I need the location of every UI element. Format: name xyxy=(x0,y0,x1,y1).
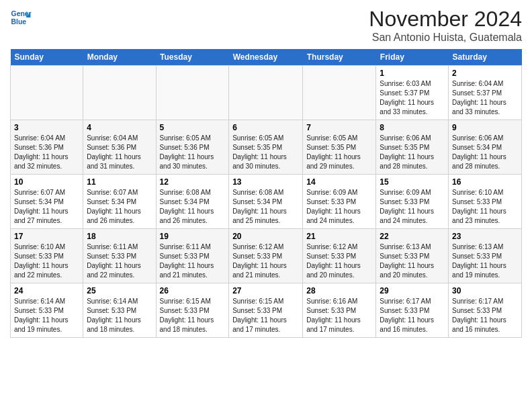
day-number: 24 xyxy=(14,286,79,295)
calendar-cell: 20Sunrise: 6:12 AM Sunset: 5:33 PM Dayli… xyxy=(229,229,303,283)
calendar-cell: 7Sunrise: 6:05 AM Sunset: 5:35 PM Daylig… xyxy=(303,120,376,175)
day-number: 16 xyxy=(452,177,518,187)
svg-text:Blue: Blue xyxy=(11,18,27,26)
calendar-cell: 3Sunrise: 6:04 AM Sunset: 5:36 PM Daylig… xyxy=(11,120,83,175)
day-number: 17 xyxy=(14,232,79,241)
weekday-header-wednesday: Wednesday xyxy=(229,49,303,66)
calendar-cell: 17Sunrise: 6:10 AM Sunset: 5:33 PM Dayli… xyxy=(11,229,83,283)
calendar-cell: 8Sunrise: 6:06 AM Sunset: 5:35 PM Daylig… xyxy=(376,120,449,175)
calendar-cell: 15Sunrise: 6:09 AM Sunset: 5:33 PM Dayli… xyxy=(376,175,449,229)
calendar-week-1: 1Sunrise: 6:03 AM Sunset: 5:37 PM Daylig… xyxy=(11,66,522,120)
day-number: 20 xyxy=(232,232,299,241)
day-info: Sunrise: 6:09 AM Sunset: 5:33 PM Dayligh… xyxy=(380,188,445,226)
day-info: Sunrise: 6:15 AM Sunset: 5:33 PM Dayligh… xyxy=(160,297,226,334)
calendar-cell: 24Sunrise: 6:14 AM Sunset: 5:33 PM Dayli… xyxy=(11,283,83,338)
calendar-cell: 19Sunrise: 6:11 AM Sunset: 5:33 PM Dayli… xyxy=(156,229,229,283)
day-info: Sunrise: 6:17 AM Sunset: 5:33 PM Dayligh… xyxy=(452,297,518,334)
day-number: 29 xyxy=(380,286,445,295)
day-number: 28 xyxy=(306,286,372,295)
day-number: 5 xyxy=(160,123,226,132)
calendar-cell: 29Sunrise: 6:17 AM Sunset: 5:33 PM Dayli… xyxy=(376,283,449,338)
calendar-week-3: 10Sunrise: 6:07 AM Sunset: 5:34 PM Dayli… xyxy=(11,175,522,229)
calendar-cell: 11Sunrise: 6:07 AM Sunset: 5:34 PM Dayli… xyxy=(83,175,156,229)
day-info: Sunrise: 6:16 AM Sunset: 5:33 PM Dayligh… xyxy=(306,297,372,334)
day-number: 7 xyxy=(306,123,372,132)
day-number: 15 xyxy=(380,177,445,187)
day-info: Sunrise: 6:09 AM Sunset: 5:33 PM Dayligh… xyxy=(306,188,372,226)
calendar-week-4: 17Sunrise: 6:10 AM Sunset: 5:33 PM Dayli… xyxy=(11,229,522,283)
day-number: 19 xyxy=(160,232,226,241)
day-info: Sunrise: 6:05 AM Sunset: 5:35 PM Dayligh… xyxy=(232,134,299,171)
day-number: 2 xyxy=(452,68,518,78)
calendar-header-row: SundayMondayTuesdayWednesdayThursdayFrid… xyxy=(11,49,522,66)
day-info: Sunrise: 6:07 AM Sunset: 5:34 PM Dayligh… xyxy=(14,188,79,226)
page-subtitle: San Antonio Huista, Guatemala xyxy=(369,32,522,44)
page-header: General Blue November 2024 San Antonio H… xyxy=(10,7,522,44)
day-info: Sunrise: 6:15 AM Sunset: 5:33 PM Dayligh… xyxy=(232,297,299,334)
calendar-cell: 9Sunrise: 6:06 AM Sunset: 5:34 PM Daylig… xyxy=(449,120,522,175)
day-info: Sunrise: 6:05 AM Sunset: 5:35 PM Dayligh… xyxy=(306,134,372,171)
day-info: Sunrise: 6:08 AM Sunset: 5:34 PM Dayligh… xyxy=(160,188,226,226)
calendar-cell: 5Sunrise: 6:05 AM Sunset: 5:36 PM Daylig… xyxy=(156,120,229,175)
day-number: 22 xyxy=(380,232,445,241)
day-info: Sunrise: 6:12 AM Sunset: 5:33 PM Dayligh… xyxy=(306,242,372,280)
day-info: Sunrise: 6:04 AM Sunset: 5:36 PM Dayligh… xyxy=(87,134,152,171)
day-number: 18 xyxy=(87,232,152,241)
weekday-header-friday: Friday xyxy=(376,49,449,66)
logo: General Blue xyxy=(10,7,32,28)
day-number: 25 xyxy=(87,286,152,295)
day-info: Sunrise: 6:14 AM Sunset: 5:33 PM Dayligh… xyxy=(14,297,79,334)
day-number: 23 xyxy=(452,232,518,241)
weekday-header-sunday: Sunday xyxy=(11,49,83,66)
calendar-cell: 12Sunrise: 6:08 AM Sunset: 5:34 PM Dayli… xyxy=(156,175,229,229)
calendar-cell xyxy=(83,66,156,120)
day-info: Sunrise: 6:14 AM Sunset: 5:33 PM Dayligh… xyxy=(87,297,152,334)
logo-icon: General Blue xyxy=(10,7,32,28)
day-number: 3 xyxy=(14,123,79,132)
calendar-cell xyxy=(11,66,83,120)
day-number: 1 xyxy=(380,68,445,78)
day-info: Sunrise: 6:10 AM Sunset: 5:33 PM Dayligh… xyxy=(14,242,79,280)
day-number: 9 xyxy=(452,123,518,132)
calendar-cell: 30Sunrise: 6:17 AM Sunset: 5:33 PM Dayli… xyxy=(449,283,522,338)
day-info: Sunrise: 6:11 AM Sunset: 5:33 PM Dayligh… xyxy=(160,242,226,280)
day-info: Sunrise: 6:07 AM Sunset: 5:34 PM Dayligh… xyxy=(87,188,152,226)
day-info: Sunrise: 6:04 AM Sunset: 5:37 PM Dayligh… xyxy=(452,79,518,117)
page-title: November 2024 xyxy=(369,7,522,32)
calendar-cell: 23Sunrise: 6:13 AM Sunset: 5:33 PM Dayli… xyxy=(449,229,522,283)
calendar-cell: 27Sunrise: 6:15 AM Sunset: 5:33 PM Dayli… xyxy=(229,283,303,338)
day-info: Sunrise: 6:03 AM Sunset: 5:37 PM Dayligh… xyxy=(380,79,445,117)
weekday-header-saturday: Saturday xyxy=(449,49,522,66)
day-info: Sunrise: 6:08 AM Sunset: 5:34 PM Dayligh… xyxy=(232,188,299,226)
calendar-cell: 2Sunrise: 6:04 AM Sunset: 5:37 PM Daylig… xyxy=(449,66,522,120)
day-number: 14 xyxy=(306,177,372,187)
day-number: 27 xyxy=(232,286,299,295)
weekday-header-monday: Monday xyxy=(83,49,156,66)
calendar-cell: 18Sunrise: 6:11 AM Sunset: 5:33 PM Dayli… xyxy=(83,229,156,283)
calendar-week-2: 3Sunrise: 6:04 AM Sunset: 5:36 PM Daylig… xyxy=(11,120,522,175)
day-info: Sunrise: 6:13 AM Sunset: 5:33 PM Dayligh… xyxy=(452,242,518,280)
day-number: 10 xyxy=(14,177,79,187)
day-number: 12 xyxy=(160,177,226,187)
calendar-cell: 28Sunrise: 6:16 AM Sunset: 5:33 PM Dayli… xyxy=(303,283,376,338)
calendar-cell: 26Sunrise: 6:15 AM Sunset: 5:33 PM Dayli… xyxy=(156,283,229,338)
calendar-cell: 4Sunrise: 6:04 AM Sunset: 5:36 PM Daylig… xyxy=(83,120,156,175)
calendar-cell xyxy=(229,66,303,120)
calendar-cell: 25Sunrise: 6:14 AM Sunset: 5:33 PM Dayli… xyxy=(83,283,156,338)
calendar-week-5: 24Sunrise: 6:14 AM Sunset: 5:33 PM Dayli… xyxy=(11,283,522,338)
day-number: 13 xyxy=(232,177,299,187)
calendar-body: 1Sunrise: 6:03 AM Sunset: 5:37 PM Daylig… xyxy=(11,66,522,338)
day-info: Sunrise: 6:13 AM Sunset: 5:33 PM Dayligh… xyxy=(380,242,445,280)
day-info: Sunrise: 6:11 AM Sunset: 5:33 PM Dayligh… xyxy=(87,242,152,280)
day-info: Sunrise: 6:17 AM Sunset: 5:33 PM Dayligh… xyxy=(380,297,445,334)
calendar-cell: 14Sunrise: 6:09 AM Sunset: 5:33 PM Dayli… xyxy=(303,175,376,229)
calendar-cell: 10Sunrise: 6:07 AM Sunset: 5:34 PM Dayli… xyxy=(11,175,83,229)
day-number: 21 xyxy=(306,232,372,241)
weekday-header-tuesday: Tuesday xyxy=(156,49,229,66)
calendar-cell: 1Sunrise: 6:03 AM Sunset: 5:37 PM Daylig… xyxy=(376,66,449,120)
calendar-cell: 6Sunrise: 6:05 AM Sunset: 5:35 PM Daylig… xyxy=(229,120,303,175)
calendar-cell: 13Sunrise: 6:08 AM Sunset: 5:34 PM Dayli… xyxy=(229,175,303,229)
day-info: Sunrise: 6:12 AM Sunset: 5:33 PM Dayligh… xyxy=(232,242,299,280)
day-number: 6 xyxy=(232,123,299,132)
day-info: Sunrise: 6:05 AM Sunset: 5:36 PM Dayligh… xyxy=(160,134,226,171)
